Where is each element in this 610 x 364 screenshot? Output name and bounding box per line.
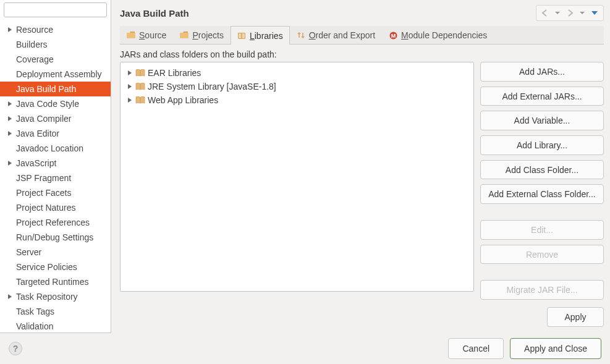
tab[interactable]: Libraries — [231, 26, 290, 44]
classpath-entry[interactable]: JRE System Library [JavaSE-1.8] — [123, 80, 471, 93]
expand-arrow-icon — [127, 83, 133, 90]
tree-item[interactable]: Builders — [0, 37, 111, 52]
tab-label: Projects — [192, 30, 224, 40]
add-library-button[interactable]: Add Library... — [480, 135, 604, 155]
tree-item[interactable]: Java Build Path — [0, 82, 111, 96]
tree-item[interactable]: Run/Debug Settings — [0, 230, 111, 245]
tree-item[interactable]: Project References — [0, 215, 111, 230]
tree-item-label: Server — [16, 247, 41, 257]
tab[interactable]: Projects — [173, 26, 231, 44]
svg-rect-0 — [127, 33, 135, 38]
button-column: Add JARs... Add External JARs... Add Var… — [480, 62, 604, 300]
tree-item[interactable]: Resource — [0, 22, 111, 37]
panel-label: JARs and class folders on the build path… — [120, 49, 604, 59]
tree-item[interactable]: Task Repository — [0, 289, 111, 304]
tree-item-label: Java Code Style — [16, 99, 79, 109]
tab[interactable]: Order and Export — [290, 26, 382, 44]
tree-item[interactable]: Project Natures — [0, 200, 111, 215]
migrate-jar-button[interactable]: Migrate JAR File... — [480, 280, 604, 300]
add-external-jars-button[interactable]: Add External JARs... — [480, 87, 604, 106]
tree-item-label: Project Facets — [16, 188, 71, 198]
tab[interactable]: MModule Dependencies — [382, 26, 494, 44]
tree-item-label: Java Editor — [16, 129, 59, 138]
expand-arrow-icon — [6, 293, 14, 300]
tab-label: Order and Export — [309, 30, 375, 40]
add-jars-button[interactable]: Add JARs... — [480, 62, 604, 82]
tree-item[interactable]: Project Facets — [0, 185, 111, 200]
tree-item-label: Resource — [16, 25, 53, 35]
tree-item-label: Service Policies — [16, 262, 77, 272]
tree-item[interactable]: Validation — [0, 319, 111, 332]
tree-item[interactable]: Java Editor — [0, 126, 111, 141]
classpath-entry-label: EAR Libraries — [148, 68, 201, 78]
tab-bar: SourceProjectsLibrariesOrder and ExportM… — [120, 26, 604, 44]
add-class-folder-button[interactable]: Add Class Folder... — [480, 160, 604, 180]
tree-item-label: Javadoc Location — [16, 143, 83, 153]
tree-item-label: Coverage — [16, 54, 54, 64]
tree-item-label: Task Repository — [16, 292, 78, 302]
tab-label: Module Dependencies — [401, 30, 487, 40]
tree-item-label: Targeted Runtimes — [16, 277, 89, 287]
nav-back-icon[interactable] — [539, 7, 551, 19]
tree-item-label: JavaScript — [16, 158, 56, 168]
help-icon[interactable]: ? — [9, 342, 22, 355]
apply-and-close-button[interactable]: Apply and Close — [510, 338, 601, 359]
bottom-bar: ? Cancel Apply and Close — [0, 333, 610, 364]
tab-label: Source — [139, 30, 166, 40]
library-icon — [135, 69, 145, 77]
tree-item[interactable]: Javadoc Location — [0, 141, 111, 156]
tree-item-label: Project Natures — [16, 203, 75, 213]
tab-label: Libraries — [250, 31, 283, 41]
library-icon — [135, 82, 145, 91]
tree-item[interactable]: Java Compiler — [0, 111, 111, 126]
nav-dropdown-icon[interactable] — [588, 7, 601, 19]
remove-button[interactable]: Remove — [480, 245, 604, 265]
filter-input[interactable] — [4, 2, 107, 17]
book-icon — [237, 32, 246, 40]
properties-tree: ResourceBuildersCoverageDeployment Assem… — [0, 22, 111, 332]
library-icon — [135, 96, 145, 104]
expand-arrow-icon — [6, 159, 14, 167]
tree-item-label: Deployment Assembly — [16, 69, 102, 79]
cancel-button[interactable]: Cancel — [448, 338, 504, 359]
classpath-entry[interactable]: EAR Libraries — [123, 66, 471, 80]
add-external-class-folder-button[interactable]: Add External Class Folder... — [480, 184, 604, 204]
classpath-listbox[interactable]: EAR LibrariesJRE System Library [JavaSE-… — [120, 62, 474, 292]
tree-item-label: Project References — [16, 218, 90, 227]
svg-text:M: M — [391, 32, 396, 38]
expand-arrow-icon — [127, 97, 133, 103]
tree-item[interactable]: JavaScript — [0, 156, 111, 171]
tree-item[interactable]: Coverage — [0, 52, 111, 67]
tree-item[interactable]: Task Tags — [0, 304, 111, 319]
add-variable-button[interactable]: Add Variable... — [480, 111, 604, 130]
expand-arrow-icon — [6, 115, 14, 122]
expand-arrow-icon — [127, 70, 133, 76]
nav-forward-menu-icon[interactable] — [576, 7, 588, 19]
sidebar: ResourceBuildersCoverageDeployment Assem… — [0, 0, 111, 333]
tree-item-label: Java Build Path — [16, 84, 76, 94]
tree-item[interactable]: JSP Fragment — [0, 171, 111, 185]
tree-item[interactable]: Server — [0, 245, 111, 260]
tab[interactable]: Source — [120, 26, 173, 44]
edit-button[interactable]: Edit... — [480, 220, 604, 240]
module-icon: M — [389, 31, 397, 40]
expand-arrow-icon — [6, 26, 14, 33]
tree-item[interactable]: Java Code Style — [0, 96, 111, 111]
tree-item[interactable]: Targeted Runtimes — [0, 274, 111, 289]
classpath-entry-label: JRE System Library [JavaSE-1.8] — [148, 82, 276, 91]
expand-arrow-icon — [6, 130, 14, 137]
tree-item-label: Run/Debug Settings — [16, 232, 93, 242]
classpath-entry[interactable]: Web App Libraries — [123, 93, 471, 107]
nav-history — [536, 5, 604, 21]
tree-item-label: Java Compiler — [16, 114, 71, 124]
apply-button[interactable]: Apply — [547, 307, 604, 327]
nav-forward-icon[interactable] — [564, 7, 576, 19]
svg-rect-1 — [180, 33, 189, 38]
tree-item[interactable]: Service Policies — [0, 260, 111, 274]
sort-icon — [297, 31, 305, 40]
tree-item-label: Validation — [16, 321, 53, 331]
page-title: Java Build Path — [120, 8, 189, 19]
folder-icon — [180, 31, 189, 40]
nav-back-menu-icon[interactable] — [551, 7, 564, 19]
tree-item[interactable]: Deployment Assembly — [0, 67, 111, 82]
